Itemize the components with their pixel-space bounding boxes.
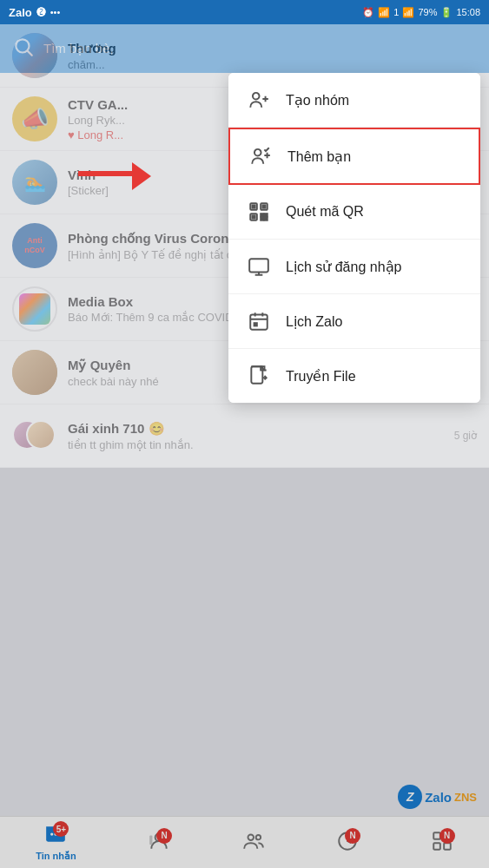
chat-preview: chăm... <box>68 58 477 71</box>
svg-rect-15 <box>261 214 263 216</box>
more-icon: ••• <box>50 7 61 17</box>
group-add-icon <box>246 87 272 113</box>
calendar-icon <box>246 308 272 334</box>
qr-code-icon <box>246 199 272 225</box>
arrow-indicator <box>78 169 148 185</box>
wifi-icon: 📶 <box>378 7 390 18</box>
chat-info-thuong: Thương chăm... <box>68 41 477 71</box>
monitor-icon <box>246 253 272 279</box>
svg-rect-17 <box>261 218 263 220</box>
status-bar: Zalo 🅩 ••• ⏰ 📶 1 📶 79% 🔋 15:08 <box>0 0 489 24</box>
person-add-icon <box>248 143 274 169</box>
avatar-thuong <box>12 33 57 78</box>
svg-rect-26 <box>254 323 257 326</box>
status-right: ⏰ 📶 1 📶 79% 🔋 15:08 <box>362 7 480 18</box>
svg-point-5 <box>254 149 261 156</box>
menu-label-truyen-file: Truyền File <box>286 368 356 385</box>
menu-item-tao-nhom[interactable]: Tạo nhóm <box>228 73 480 128</box>
svg-rect-16 <box>265 214 268 216</box>
battery-text: 79% <box>418 7 437 17</box>
svg-rect-22 <box>250 314 268 329</box>
svg-point-2 <box>253 93 260 100</box>
avatar-gai <box>12 413 57 458</box>
menu-label-lich-su: Lịch sử đăng nhập <box>286 259 401 275</box>
menu-item-lich-zalo[interactable]: Lịch Zalo <box>228 294 480 349</box>
zalo-icon: Zalo <box>9 6 32 19</box>
app-icon: 🅩 <box>36 7 46 17</box>
menu-label-qr: Quét mã QR <box>286 204 364 220</box>
avatar-anti: Anti nCoV <box>12 223 57 268</box>
svg-rect-13 <box>252 215 254 218</box>
menu-label-them-ban: Thêm bạn <box>287 148 351 165</box>
menu-label-lich-zalo: Lịch Zalo <box>286 313 342 330</box>
signal-icon: 📶 <box>402 7 414 18</box>
avatar-ctv: 📣 <box>12 96 57 141</box>
chat-name: Gái xinh 710 😊 <box>68 421 444 437</box>
file-transfer-icon <box>246 363 272 389</box>
clock: 15:08 <box>456 7 480 17</box>
alarm-icon: ⏰ <box>362 7 374 18</box>
avatar-my <box>12 350 57 395</box>
status-left: Zalo 🅩 ••• <box>9 6 60 19</box>
menu-item-them-ban[interactable]: Thêm bạn <box>228 128 480 185</box>
chat-name: Thương <box>68 41 477 56</box>
avatar-vinh: 🏊 <box>12 160 57 205</box>
chat-info-gai: Gái xinh 710 😊 tiền tt ghim một tin nhắn… <box>68 421 444 451</box>
chat-item-gai[interactable]: Gái xinh 710 😊 tiền tt ghim một tin nhắn… <box>0 404 489 468</box>
menu-label-tao-nhom: Tạo nhóm <box>286 92 349 108</box>
chat-preview: tiền tt ghim một tin nhắn. <box>68 438 444 451</box>
sim-icon: 1 <box>393 7 399 17</box>
svg-rect-19 <box>249 259 268 272</box>
menu-item-qr[interactable]: Quét mã QR <box>228 185 480 240</box>
svg-rect-11 <box>252 205 254 207</box>
battery-icon: 🔋 <box>440 7 453 18</box>
avatar-media <box>12 286 57 332</box>
chat-time: 5 giờ <box>454 430 477 442</box>
menu-item-lich-su[interactable]: Lịch sử đăng nhập <box>228 240 480 294</box>
svg-rect-18 <box>265 218 268 220</box>
svg-rect-12 <box>262 205 265 207</box>
dropdown-menu: Tạo nhóm Thêm bạn <box>228 73 480 403</box>
menu-item-truyen-file[interactable]: Truyền File <box>228 349 480 403</box>
chat-meta: 5 giờ <box>454 430 477 442</box>
